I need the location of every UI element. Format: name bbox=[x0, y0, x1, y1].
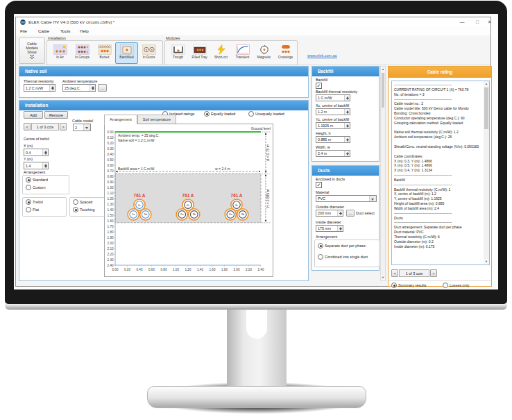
tool-filled-tray[interactable]: Filled Tray bbox=[188, 42, 211, 64]
radio-losses-only[interactable]: Losses only bbox=[443, 283, 469, 288]
scroll-up-icon[interactable]: ▲ bbox=[484, 81, 489, 87]
spinner-arrows-icon[interactable] bbox=[42, 149, 48, 156]
backfill-enabled-checkbox[interactable] bbox=[316, 83, 322, 89]
radio-circle[interactable] bbox=[26, 177, 31, 183]
menu-cable[interactable]: Cable bbox=[38, 27, 49, 35]
backfill-xc-spinner[interactable]: 1.2 m bbox=[316, 108, 350, 115]
website-link[interactable]: www.elek.com.au bbox=[307, 53, 337, 58]
radio-label: Separate duct per phase bbox=[325, 244, 366, 248]
tool-magnetic[interactable]: Magnetic bbox=[253, 42, 275, 64]
backfill-height-spinner[interactable]: 0.885 m bbox=[316, 136, 350, 143]
tab-soil-temperature[interactable]: Soil temperature bbox=[137, 115, 176, 124]
circuit-prev-button[interactable]: < bbox=[24, 123, 31, 131]
inside-diameter-spinner[interactable]: 175 mm bbox=[316, 225, 343, 232]
cable-model-dropdown[interactable]: 2 bbox=[73, 124, 91, 131]
rating-prev-button[interactable]: < bbox=[391, 269, 398, 277]
thermal-resistivity-spinner[interactable]: 1.2 C.m/W bbox=[24, 84, 56, 92]
cable-model-value: 2 bbox=[75, 126, 77, 130]
radio-circle[interactable] bbox=[26, 207, 31, 212]
chevron-down-icon[interactable] bbox=[369, 196, 376, 201]
radio-label: Losses only bbox=[450, 283, 469, 287]
ambient-temperature-label: Ambient temperature bbox=[62, 79, 97, 83]
backfill-resistivity-spinner[interactable]: 1 C.m/W bbox=[316, 94, 350, 101]
spinner-arrows-icon[interactable] bbox=[344, 109, 350, 115]
spinner-arrows-icon[interactable] bbox=[49, 85, 55, 91]
tab-arrangement[interactable]: Arrangement bbox=[104, 115, 137, 124]
scrollbar-thumb[interactable] bbox=[484, 87, 488, 129]
scroll-up-icon[interactable]: ▲ bbox=[381, 67, 385, 72]
tool-trough[interactable]: Trough bbox=[167, 42, 189, 64]
backfill-width-spinner[interactable]: 2.4 m bbox=[316, 150, 350, 157]
radio-circle[interactable] bbox=[73, 207, 78, 212]
radio-circle[interactable] bbox=[204, 111, 210, 117]
spinner-arrows-icon[interactable] bbox=[344, 137, 350, 142]
cable-models-show-button[interactable]: Cable Models Show bbox=[19, 37, 45, 64]
circuit-next-button[interactable]: > bbox=[60, 123, 67, 131]
rating-next-button[interactable]: > bbox=[430, 269, 437, 277]
spinner-arrows-icon[interactable] bbox=[344, 151, 350, 156]
tool-buried[interactable]: Buried bbox=[93, 42, 116, 64]
backfill-yc-spinner[interactable]: 1.1925 m bbox=[316, 122, 350, 129]
tool-in-ducts[interactable]: In Ducts bbox=[137, 42, 160, 64]
remove-button[interactable]: Remove bbox=[44, 111, 68, 119]
svg-text:3a: 3a bbox=[229, 212, 232, 216]
radio-circle[interactable] bbox=[73, 199, 78, 205]
maximize-button[interactable]: □ bbox=[472, 17, 482, 27]
material-dropdown[interactable]: PVC bbox=[316, 195, 377, 202]
radio-circle[interactable] bbox=[26, 185, 31, 190]
in-air-icon bbox=[53, 44, 67, 55]
report-scrollbar[interactable]: ▲ ▼ bbox=[484, 81, 489, 264]
x-label: X (m) bbox=[24, 144, 33, 148]
x-spinner[interactable]: 0.4 bbox=[24, 149, 49, 156]
radio-circle[interactable] bbox=[391, 283, 397, 288]
tool-in-groups[interactable]: 12 In Groups bbox=[71, 42, 94, 64]
radio-circle[interactable] bbox=[318, 254, 323, 260]
spinner-arrows-icon[interactable] bbox=[337, 210, 343, 216]
radio-flat[interactable]: Flat bbox=[26, 207, 39, 212]
spinner-arrows-icon[interactable] bbox=[337, 226, 343, 231]
ambient-temperature-more-button[interactable]: ... bbox=[98, 84, 107, 92]
spinner-arrows-icon[interactable] bbox=[42, 162, 48, 169]
tool-transient[interactable]: Transient bbox=[231, 42, 254, 64]
minimize-button[interactable]: — bbox=[457, 17, 467, 27]
tool-backfilled[interactable]: Backfilled bbox=[115, 42, 138, 64]
radio-separate-duct[interactable]: Separate duct per phase bbox=[318, 243, 366, 249]
radio-circle[interactable] bbox=[443, 283, 448, 288]
chevron-down-icon[interactable] bbox=[83, 124, 90, 131]
menu-file[interactable]: File bbox=[20, 27, 27, 35]
radio-summary-results[interactable]: Summary results bbox=[391, 283, 426, 288]
scroll-down-icon[interactable]: ▼ bbox=[381, 275, 385, 280]
duct-select-more-button[interactable]: ... bbox=[346, 210, 355, 217]
tool-in-air[interactable]: In Air bbox=[49, 42, 71, 64]
enclosed-in-ducts-checkbox[interactable] bbox=[316, 182, 322, 188]
radio-unequally-loaded[interactable]: Unequally loaded bbox=[248, 111, 284, 117]
spinner-arrows-icon[interactable] bbox=[344, 123, 350, 128]
tool-short-cct[interactable]: Short-cct bbox=[210, 42, 232, 64]
tool-label: Backfilled bbox=[119, 56, 134, 59]
radio-circle[interactable] bbox=[248, 111, 254, 117]
close-button[interactable]: ✕ bbox=[485, 17, 495, 27]
spinner-arrows-icon[interactable] bbox=[89, 85, 95, 91]
menu-tools[interactable]: Tools bbox=[60, 27, 70, 35]
svg-text:w = 2.4 m: w = 2.4 m bbox=[215, 167, 230, 171]
radio-combined-duct[interactable]: Combined into single duct bbox=[318, 254, 368, 260]
scroll-down-icon[interactable]: ▼ bbox=[484, 259, 489, 264]
outside-diameter-spinner[interactable]: 200 mm bbox=[316, 210, 343, 217]
spinner-arrows-icon[interactable] bbox=[344, 95, 350, 101]
radio-custom[interactable]: Custom bbox=[26, 185, 46, 190]
radio-spaced[interactable]: Spaced bbox=[73, 199, 92, 205]
y-spinner[interactable]: 1.4 bbox=[24, 162, 49, 169]
radio-circle[interactable] bbox=[26, 199, 31, 205]
middle-scrollbar[interactable]: ▲ ▼ bbox=[380, 66, 386, 281]
radio-equally-loaded[interactable]: Equally loaded bbox=[204, 111, 235, 117]
ambient-temperature-spinner[interactable]: 25 deg.C. bbox=[62, 84, 96, 92]
add-button[interactable]: Add bbox=[24, 111, 43, 119]
radio-circle[interactable] bbox=[318, 243, 323, 249]
centre-of-trefoil-label: Centre of trefoil bbox=[24, 137, 49, 141]
tool-crossings[interactable]: Crossings bbox=[274, 42, 297, 64]
menu-help[interactable]: Help bbox=[80, 27, 89, 35]
radio-standard[interactable]: Standard bbox=[26, 177, 48, 183]
scrollbar-thumb[interactable] bbox=[382, 73, 384, 108]
radio-trefoil[interactable]: Trefoil bbox=[26, 199, 43, 205]
radio-touching[interactable]: Touching bbox=[73, 207, 95, 212]
